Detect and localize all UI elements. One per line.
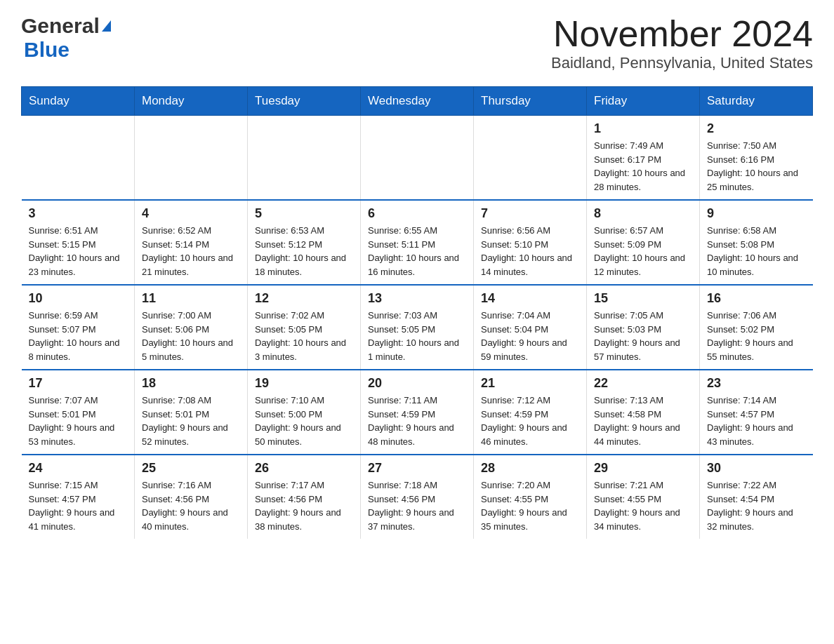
- day-info: Sunrise: 7:10 AM Sunset: 5:00 PM Dayligh…: [255, 394, 353, 448]
- day-number: 2: [707, 121, 806, 136]
- day-number: 28: [481, 461, 579, 476]
- day-number: 23: [707, 376, 806, 391]
- weekday-header-saturday: Saturday: [700, 87, 813, 116]
- day-number: 12: [255, 291, 353, 306]
- calendar-cell: 21Sunrise: 7:12 AM Sunset: 4:59 PM Dayli…: [474, 370, 587, 455]
- day-number: 3: [29, 206, 128, 221]
- day-info: Sunrise: 7:15 AM Sunset: 4:57 PM Dayligh…: [29, 478, 128, 533]
- day-number: 22: [594, 376, 692, 391]
- day-number: 27: [368, 461, 466, 476]
- logo-arrow-icon: [102, 20, 111, 32]
- weekday-header-row: SundayMondayTuesdayWednesdayThursdayFrid…: [22, 87, 813, 116]
- day-info: Sunrise: 7:11 AM Sunset: 4:59 PM Dayligh…: [368, 394, 466, 448]
- calendar-cell: 14Sunrise: 7:04 AM Sunset: 5:04 PM Dayli…: [474, 285, 587, 370]
- calendar-cell: 1Sunrise: 7:49 AM Sunset: 6:17 PM Daylig…: [587, 116, 700, 201]
- day-info: Sunrise: 6:59 AM Sunset: 5:07 PM Dayligh…: [29, 309, 128, 363]
- day-info: Sunrise: 7:03 AM Sunset: 5:05 PM Dayligh…: [368, 309, 466, 363]
- day-number: 14: [481, 291, 579, 306]
- calendar-cell: 9Sunrise: 6:58 AM Sunset: 5:08 PM Daylig…: [700, 200, 813, 285]
- day-info: Sunrise: 6:55 AM Sunset: 5:11 PM Dayligh…: [368, 224, 466, 279]
- calendar-cell: 16Sunrise: 7:06 AM Sunset: 5:02 PM Dayli…: [700, 285, 813, 370]
- logo-blue: Blue: [24, 38, 70, 61]
- day-number: 21: [481, 376, 579, 391]
- calendar-cell: 26Sunrise: 7:17 AM Sunset: 4:56 PM Dayli…: [248, 455, 361, 539]
- day-number: 11: [142, 291, 240, 306]
- day-info: Sunrise: 7:13 AM Sunset: 4:58 PM Dayligh…: [594, 394, 692, 448]
- calendar-cell: 6Sunrise: 6:55 AM Sunset: 5:11 PM Daylig…: [361, 200, 474, 285]
- day-info: Sunrise: 7:07 AM Sunset: 5:01 PM Dayligh…: [29, 394, 128, 448]
- weekday-header-monday: Monday: [135, 87, 248, 116]
- weekday-header-sunday: Sunday: [22, 87, 135, 116]
- calendar-cell: [248, 116, 361, 201]
- calendar-cell: 17Sunrise: 7:07 AM Sunset: 5:01 PM Dayli…: [22, 370, 135, 455]
- weekday-header-wednesday: Wednesday: [361, 87, 474, 116]
- day-number: 15: [594, 291, 692, 306]
- day-info: Sunrise: 7:06 AM Sunset: 5:02 PM Dayligh…: [707, 309, 806, 363]
- day-number: 17: [29, 376, 128, 391]
- day-number: 26: [255, 461, 353, 476]
- calendar-cell: [135, 116, 248, 201]
- calendar-cell: 2Sunrise: 7:50 AM Sunset: 6:16 PM Daylig…: [700, 116, 813, 201]
- day-number: 18: [142, 376, 240, 391]
- day-number: 24: [29, 461, 128, 476]
- logo: General Blue: [21, 14, 111, 62]
- calendar-cell: 10Sunrise: 6:59 AM Sunset: 5:07 PM Dayli…: [22, 285, 135, 370]
- calendar-week-3: 10Sunrise: 6:59 AM Sunset: 5:07 PM Dayli…: [22, 285, 813, 370]
- calendar-cell: 12Sunrise: 7:02 AM Sunset: 5:05 PM Dayli…: [248, 285, 361, 370]
- calendar-cell: [474, 116, 587, 201]
- day-number: 20: [368, 376, 466, 391]
- day-info: Sunrise: 7:50 AM Sunset: 6:16 PM Dayligh…: [707, 139, 806, 194]
- calendar-cell: 30Sunrise: 7:22 AM Sunset: 4:54 PM Dayli…: [700, 455, 813, 539]
- calendar-cell: 11Sunrise: 7:00 AM Sunset: 5:06 PM Dayli…: [135, 285, 248, 370]
- day-info: Sunrise: 6:56 AM Sunset: 5:10 PM Dayligh…: [481, 224, 579, 279]
- day-number: 6: [368, 206, 466, 221]
- page-header: General Blue November 2024 Baidland, Pen…: [21, 14, 813, 72]
- calendar-cell: 23Sunrise: 7:14 AM Sunset: 4:57 PM Dayli…: [700, 370, 813, 455]
- calendar-cell: 27Sunrise: 7:18 AM Sunset: 4:56 PM Dayli…: [361, 455, 474, 539]
- day-info: Sunrise: 7:08 AM Sunset: 5:01 PM Dayligh…: [142, 394, 240, 448]
- day-number: 10: [29, 291, 128, 306]
- calendar-cell: 5Sunrise: 6:53 AM Sunset: 5:12 PM Daylig…: [248, 200, 361, 285]
- day-number: 13: [368, 291, 466, 306]
- calendar-cell: 20Sunrise: 7:11 AM Sunset: 4:59 PM Dayli…: [361, 370, 474, 455]
- day-number: 1: [594, 121, 692, 136]
- calendar-cell: 3Sunrise: 6:51 AM Sunset: 5:15 PM Daylig…: [22, 200, 135, 285]
- calendar-cell: 25Sunrise: 7:16 AM Sunset: 4:56 PM Dayli…: [135, 455, 248, 539]
- calendar-week-2: 3Sunrise: 6:51 AM Sunset: 5:15 PM Daylig…: [22, 200, 813, 285]
- calendar-cell: 13Sunrise: 7:03 AM Sunset: 5:05 PM Dayli…: [361, 285, 474, 370]
- day-info: Sunrise: 7:12 AM Sunset: 4:59 PM Dayligh…: [481, 394, 579, 448]
- calendar-table: SundayMondayTuesdayWednesdayThursdayFrid…: [21, 86, 813, 539]
- weekday-header-thursday: Thursday: [474, 87, 587, 116]
- day-number: 8: [594, 206, 692, 221]
- day-number: 9: [707, 206, 806, 221]
- calendar-cell: 29Sunrise: 7:21 AM Sunset: 4:55 PM Dayli…: [587, 455, 700, 539]
- day-info: Sunrise: 6:58 AM Sunset: 5:08 PM Dayligh…: [707, 224, 806, 279]
- day-number: 16: [707, 291, 806, 306]
- day-info: Sunrise: 6:52 AM Sunset: 5:14 PM Dayligh…: [142, 224, 240, 279]
- calendar-cell: 15Sunrise: 7:05 AM Sunset: 5:03 PM Dayli…: [587, 285, 700, 370]
- calendar-cell: [361, 116, 474, 201]
- weekday-header-tuesday: Tuesday: [248, 87, 361, 116]
- day-number: 5: [255, 206, 353, 221]
- day-number: 4: [142, 206, 240, 221]
- day-info: Sunrise: 7:00 AM Sunset: 5:06 PM Dayligh…: [142, 309, 240, 363]
- day-info: Sunrise: 7:18 AM Sunset: 4:56 PM Dayligh…: [368, 478, 466, 533]
- day-info: Sunrise: 7:21 AM Sunset: 4:55 PM Dayligh…: [594, 478, 692, 533]
- day-info: Sunrise: 6:53 AM Sunset: 5:12 PM Dayligh…: [255, 224, 353, 279]
- weekday-header-friday: Friday: [587, 87, 700, 116]
- calendar-cell: 24Sunrise: 7:15 AM Sunset: 4:57 PM Dayli…: [22, 455, 135, 539]
- day-info: Sunrise: 6:51 AM Sunset: 5:15 PM Dayligh…: [29, 224, 128, 279]
- day-info: Sunrise: 7:17 AM Sunset: 4:56 PM Dayligh…: [255, 478, 353, 533]
- day-info: Sunrise: 7:49 AM Sunset: 6:17 PM Dayligh…: [594, 139, 692, 194]
- calendar-cell: 4Sunrise: 6:52 AM Sunset: 5:14 PM Daylig…: [135, 200, 248, 285]
- day-info: Sunrise: 6:57 AM Sunset: 5:09 PM Dayligh…: [594, 224, 692, 279]
- day-info: Sunrise: 7:02 AM Sunset: 5:05 PM Dayligh…: [255, 309, 353, 363]
- calendar-week-1: 1Sunrise: 7:49 AM Sunset: 6:17 PM Daylig…: [22, 116, 813, 201]
- day-info: Sunrise: 7:16 AM Sunset: 4:56 PM Dayligh…: [142, 478, 240, 533]
- day-number: 19: [255, 376, 353, 391]
- day-number: 29: [594, 461, 692, 476]
- calendar-week-5: 24Sunrise: 7:15 AM Sunset: 4:57 PM Dayli…: [22, 455, 813, 539]
- page-title: November 2024: [551, 14, 813, 54]
- day-info: Sunrise: 7:04 AM Sunset: 5:04 PM Dayligh…: [481, 309, 579, 363]
- day-number: 7: [481, 206, 579, 221]
